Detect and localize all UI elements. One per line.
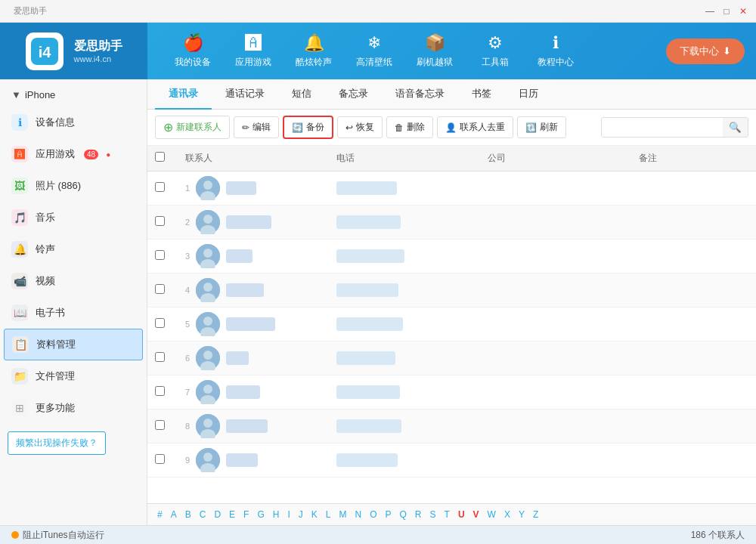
device-header[interactable]: ▼ iPhone bbox=[0, 83, 147, 107]
download-center-button[interactable]: 下载中心 ⬇ bbox=[666, 39, 745, 64]
sidebar-item-more[interactable]: ⊞ 更多功能 bbox=[0, 392, 147, 424]
row-checkbox[interactable] bbox=[155, 454, 165, 464]
alpha-index-item[interactable]: N bbox=[352, 508, 364, 521]
row-checkbox[interactable] bbox=[155, 386, 165, 396]
alpha-index-item[interactable]: D bbox=[212, 508, 223, 521]
table-row[interactable]: 7 bbox=[147, 376, 756, 410]
header-right: 下载中心 ⬇ bbox=[666, 39, 756, 64]
sidebar-item-photos[interactable]: 🖼 照片 (886) bbox=[0, 170, 147, 202]
avatar bbox=[196, 312, 220, 336]
select-all-checkbox[interactable] bbox=[155, 152, 165, 162]
row-checkbox[interactable] bbox=[155, 182, 165, 192]
restore-button[interactable]: ↩ 恢复 bbox=[337, 116, 383, 138]
alpha-index-item[interactable]: P bbox=[383, 508, 394, 521]
alpha-index-item[interactable]: W bbox=[485, 508, 498, 521]
tab-call-log[interactable]: 通话记录 bbox=[212, 79, 278, 110]
sidebar-item-ebook[interactable]: 📖 电子书 bbox=[0, 297, 147, 329]
svg-point-3 bbox=[203, 181, 212, 190]
minimize-button[interactable]: — bbox=[703, 5, 717, 18]
table-row[interactable]: 5 bbox=[147, 308, 756, 342]
alpha-index-item[interactable]: Z bbox=[531, 508, 541, 521]
row-checkbox[interactable] bbox=[155, 250, 165, 260]
col-note: 备注 bbox=[631, 152, 756, 165]
sidebar-item-data-mgr[interactable]: 📋 资料管理 bbox=[4, 329, 143, 360]
alpha-index-item[interactable]: E bbox=[227, 508, 237, 521]
alpha-index-item[interactable]: H bbox=[271, 508, 282, 521]
table-row[interactable]: 9 bbox=[147, 444, 756, 478]
edit-button[interactable]: ✏ 编辑 bbox=[234, 116, 279, 138]
nav-ringtones[interactable]: 🔔 酷炫铃声 bbox=[284, 23, 344, 79]
tab-sms[interactable]: 短信 bbox=[278, 79, 325, 110]
alpha-index-item[interactable]: R bbox=[413, 508, 424, 521]
alpha-index-item[interactable]: L bbox=[324, 508, 333, 521]
maximize-button[interactable]: □ bbox=[720, 5, 733, 18]
search-button[interactable]: 🔍 bbox=[723, 118, 748, 137]
table-row[interactable]: 3 bbox=[147, 240, 756, 274]
contact-name bbox=[226, 351, 249, 365]
refresh-button[interactable]: 🔃 刷新 bbox=[517, 116, 566, 138]
alpha-index-item[interactable]: T bbox=[442, 508, 452, 521]
alpha-index-item[interactable]: F bbox=[241, 508, 251, 521]
sidebar-item-device-info[interactable]: ℹ 设备信息 bbox=[0, 107, 147, 138]
avatar bbox=[196, 414, 220, 438]
alpha-index-item[interactable]: M bbox=[336, 508, 349, 521]
avatar bbox=[196, 448, 220, 472]
sidebar-item-file-mgr[interactable]: 📁 文件管理 bbox=[0, 360, 147, 392]
nav-my-device[interactable]: 🍎 我的设备 bbox=[163, 23, 223, 79]
alpha-index-item[interactable]: S bbox=[428, 508, 438, 521]
alpha-index-item[interactable]: I bbox=[285, 508, 292, 521]
sidebar-item-music[interactable]: 🎵 音乐 bbox=[0, 202, 147, 233]
nav-wallpaper[interactable]: ❄ 高清壁纸 bbox=[344, 23, 404, 79]
table-body: 1 2 bbox=[147, 172, 756, 478]
new-contact-button[interactable]: ⊕ 新建联系人 bbox=[155, 116, 230, 139]
nav-tutorials[interactable]: ℹ 教程中心 bbox=[525, 23, 586, 79]
alpha-index-item[interactable]: K bbox=[309, 508, 320, 521]
backup-button[interactable]: 🔄 备份 bbox=[283, 116, 333, 139]
sidebar-item-apps[interactable]: 🅰 应用游戏 48 ● bbox=[0, 138, 147, 170]
row-checkbox[interactable] bbox=[155, 318, 165, 328]
tab-notes[interactable]: 备忘录 bbox=[325, 79, 382, 110]
header: i4 爱思助手 www.i4.cn 🍎 我的设备 🅰 应用游戏 🔔 酷炫铃声 ❄… bbox=[0, 23, 756, 79]
contact-name bbox=[226, 419, 268, 433]
table-row[interactable]: 4 bbox=[147, 274, 756, 308]
alpha-index-item[interactable]: O bbox=[367, 508, 379, 521]
alpha-index-item[interactable]: X bbox=[502, 508, 513, 521]
table-row[interactable]: 2 bbox=[147, 206, 756, 240]
dedup-button[interactable]: 👤 联系人去重 bbox=[437, 116, 513, 138]
row-checkbox[interactable] bbox=[155, 216, 165, 226]
row-checkbox[interactable] bbox=[155, 352, 165, 362]
tab-contacts[interactable]: 通讯录 bbox=[155, 79, 212, 110]
delete-button[interactable]: 🗑 删除 bbox=[386, 116, 433, 138]
close-button[interactable]: ✕ bbox=[736, 5, 750, 18]
toolbar: ⊕ 新建联系人 ✏ 编辑 🔄 备份 ↩ 恢复 🗑 删除 👤 联系人去重 bbox=[147, 110, 756, 146]
table-row[interactable]: 8 bbox=[147, 410, 756, 444]
alpha-index-item[interactable]: Q bbox=[398, 508, 409, 521]
table-row[interactable]: 6 bbox=[147, 342, 756, 376]
alpha-index-item[interactable]: A bbox=[169, 508, 179, 521]
freq-error-button[interactable]: 频繁出现操作失败？ bbox=[8, 431, 106, 455]
nav-tools[interactable]: ⚙ 工具箱 bbox=[465, 23, 525, 79]
table-row[interactable]: 1 bbox=[147, 172, 756, 206]
nav-apps[interactable]: 🅰 应用游戏 bbox=[223, 23, 284, 79]
tab-calendar[interactable]: 日历 bbox=[505, 79, 552, 110]
nav-jailbreak[interactable]: 📦 刷机越狱 bbox=[404, 23, 465, 79]
tab-voice-notes[interactable]: 语音备忘录 bbox=[382, 79, 458, 110]
alpha-index-item[interactable]: V bbox=[471, 508, 482, 521]
search-input[interactable] bbox=[602, 119, 723, 137]
alpha-index-item[interactable]: J bbox=[296, 508, 305, 521]
contacts-count-text: 186 个联系人 bbox=[691, 529, 745, 542]
alpha-index-item[interactable]: U bbox=[456, 508, 467, 521]
row-checkbox[interactable] bbox=[155, 420, 165, 430]
row-checkbox[interactable] bbox=[155, 284, 165, 294]
apps-sidebar-icon: 🅰 bbox=[11, 146, 28, 162]
sidebar-item-video[interactable]: 📹 视频 bbox=[0, 265, 147, 297]
alpha-index-item[interactable]: C bbox=[197, 508, 209, 521]
alpha-index-item[interactable]: B bbox=[183, 508, 194, 521]
tab-bar: 通讯录 通话记录 短信 备忘录 语音备忘录 书签 日历 bbox=[147, 79, 756, 110]
sidebar-item-ringtone[interactable]: 🔔 铃声 bbox=[0, 233, 147, 265]
alpha-index-item[interactable]: G bbox=[255, 508, 266, 521]
alpha-index-item[interactable]: Y bbox=[516, 508, 527, 521]
tab-bookmarks[interactable]: 书签 bbox=[458, 79, 505, 110]
avatar bbox=[196, 278, 220, 302]
alpha-index-item[interactable]: # bbox=[155, 508, 165, 521]
